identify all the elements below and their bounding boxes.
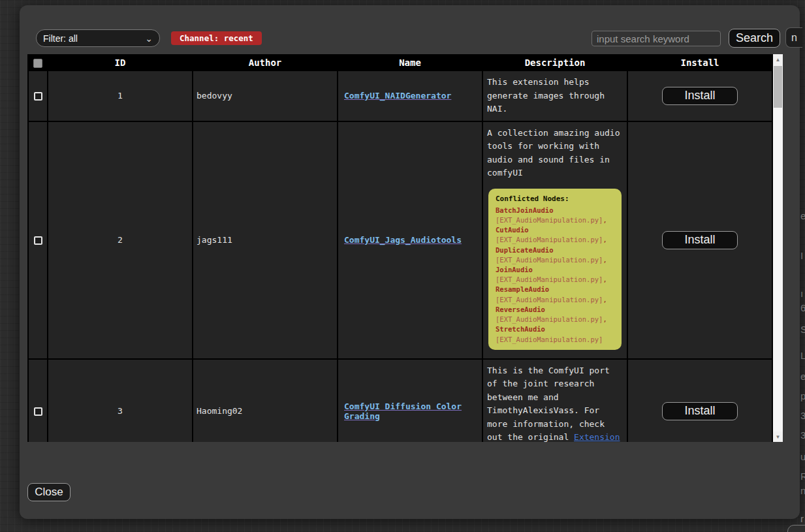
- chevron-down-icon: ⌄: [145, 35, 153, 42]
- row-install-cell: Install: [627, 359, 772, 442]
- row-author: bedovyy: [193, 70, 338, 121]
- table-row: 2 jags111 ComfyUI_Jags_Audiotools A coll…: [28, 121, 772, 359]
- scrollbar-up-arrow-icon[interactable]: ▲: [773, 54, 783, 65]
- background-fragment-text: n: [791, 32, 797, 44]
- search-input[interactable]: [592, 31, 721, 46]
- background-text-fragment: L: [800, 350, 805, 361]
- row-id: 3: [48, 359, 193, 442]
- row-checkbox[interactable]: [34, 92, 42, 101]
- row-id: 1: [48, 70, 193, 121]
- row-id: 2: [48, 121, 193, 359]
- row-checkbox[interactable]: [34, 236, 42, 245]
- header-description: Description: [482, 55, 627, 70]
- background-text-fragment: I: [800, 250, 803, 261]
- scrollbar-track[interactable]: [773, 65, 783, 431]
- row-install-cell: Install: [627, 70, 772, 121]
- scrollbar-down-arrow-icon[interactable]: ▼: [773, 431, 783, 442]
- background-text-fragment: e: [800, 210, 805, 221]
- select-all-checkbox[interactable]: [33, 59, 42, 68]
- header-select-all-cell: [28, 55, 48, 70]
- filter-select-value: Filter: all: [43, 33, 78, 44]
- row-author: jags111: [193, 121, 338, 359]
- channel-badge-label: Channel: recent: [180, 33, 253, 43]
- install-button[interactable]: Install: [662, 231, 738, 249]
- background-text-fragment: 6: [800, 302, 805, 313]
- table-row: 3 Haoming02 ComfyUI Diffusion Color Grad…: [28, 359, 772, 442]
- channel-badge: Channel: recent: [171, 31, 262, 45]
- table-row: 1 bedovyy ComfyUI_NAIDGenerator This ext…: [28, 70, 772, 121]
- row-checkbox-cell: [28, 359, 48, 442]
- row-description-cell: A collection amazing audio tools for wor…: [482, 121, 627, 359]
- background-text-fragment: n: [800, 485, 805, 496]
- header-name: Name: [338, 55, 482, 70]
- search-button[interactable]: Search: [729, 29, 780, 48]
- row-description: This is the ComfyUI port of the joint re…: [487, 366, 620, 442]
- extension-table: ID Author Name Description Install 1 bed…: [27, 54, 773, 442]
- filter-select[interactable]: Filter: all ⌄: [36, 29, 160, 47]
- scrollbar-thumb[interactable]: [774, 66, 782, 108]
- install-button[interactable]: Install: [662, 87, 738, 105]
- background-button-fragment: n: [785, 27, 802, 48]
- background-text-fragment: S: [800, 324, 805, 335]
- row-description: A collection amazing audio tools for wor…: [487, 128, 620, 178]
- background-text-fragment: 3: [800, 410, 805, 421]
- conflicted-nodes-box: Conflicted Nodes:BatchJoinAudio [EXT_Aud…: [488, 189, 622, 350]
- background-text-fragment: ı: [800, 288, 803, 299]
- extension-name-link[interactable]: ComfyUI_Jags_Audiotools: [344, 235, 462, 245]
- row-description-cell: This extension helps generate images thr…: [482, 70, 627, 121]
- row-author: Haoming02: [193, 359, 338, 442]
- row-name-cell: ComfyUI_Jags_Audiotools: [338, 121, 482, 359]
- extension-name-link[interactable]: ComfyUI Diffusion Color Grading: [344, 401, 462, 421]
- extension-table-container: ID Author Name Description Install 1 bed…: [27, 54, 783, 442]
- table-body: 1 bedovyy ComfyUI_NAIDGenerator This ext…: [28, 70, 772, 442]
- background-text-fragment: R: [800, 471, 805, 482]
- extension-name-link[interactable]: ComfyUI_NAIDGenerator: [344, 91, 451, 101]
- extension-manager-dialog: Filter: all ⌄ Channel: recent Search ID …: [20, 5, 800, 519]
- background-text-fragment: r: [800, 513, 804, 524]
- row-checkbox-cell: [28, 70, 48, 121]
- background-text-fragment: u: [800, 451, 805, 462]
- table-header-row: ID Author Name Description Install: [28, 55, 772, 70]
- row-checkbox-cell: [28, 121, 48, 359]
- header-id: ID: [48, 55, 193, 70]
- row-name-cell: ComfyUI_NAIDGenerator: [338, 70, 482, 121]
- row-name-cell: ComfyUI Diffusion Color Grading: [338, 359, 482, 442]
- row-description: This extension helps generate images thr…: [487, 77, 605, 114]
- description-link[interactable]: Extension: [574, 432, 620, 442]
- header-author: Author: [193, 55, 338, 70]
- table-scrollbar[interactable]: ▲ ▼: [773, 54, 783, 442]
- row-install-cell: Install: [627, 121, 772, 359]
- background-text-fragment: 3: [800, 430, 805, 441]
- header-install: Install: [627, 55, 772, 70]
- row-description-cell: This is the ComfyUI port of the joint re…: [482, 359, 627, 442]
- background-text-fragment: e: [800, 371, 805, 382]
- install-button[interactable]: Install: [662, 402, 738, 420]
- row-checkbox[interactable]: [34, 407, 42, 416]
- close-button[interactable]: Close: [27, 483, 71, 501]
- background-text-fragment: p: [800, 390, 805, 401]
- background-bottom-right-button-fragment: [787, 525, 805, 532]
